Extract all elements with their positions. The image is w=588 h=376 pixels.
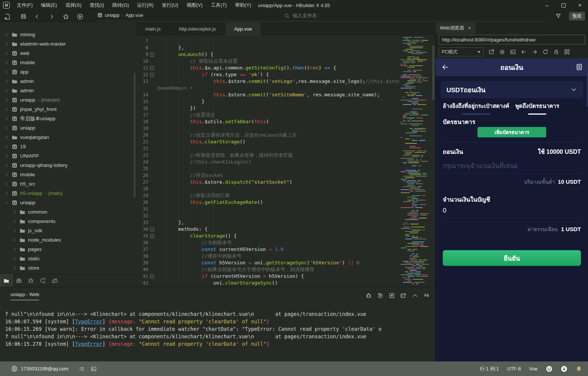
chevron-right-icon[interactable] xyxy=(4,145,9,149)
tree-item[interactable]: mobile xyxy=(0,170,136,179)
code-line[interactable]: 14 this.$store.commit('setSiteName', res… xyxy=(136,91,435,98)
editor-scrollbar[interactable] xyxy=(432,46,435,100)
tree-item[interactable]: components xyxy=(0,217,136,226)
chevron-right-icon[interactable] xyxy=(12,219,17,224)
breadcrumb-file[interactable]: App.vue xyxy=(125,12,143,18)
minimize-button[interactable]: – xyxy=(539,0,555,10)
code-line[interactable]: 33 }, xyxy=(136,219,435,226)
chevron-right-icon[interactable] xyxy=(4,135,9,140)
stop-icon[interactable] xyxy=(389,292,395,299)
menu-item-1[interactable]: 编辑(E) xyxy=(37,2,61,8)
sync-tab-icon[interactable] xyxy=(37,274,49,287)
code-line[interactable]: 28 xyxy=(136,186,435,192)
chevron-right-icon[interactable] xyxy=(4,191,9,196)
tree-item[interactable]: vueqiangdan xyxy=(0,133,136,142)
tree-item[interactable]: uniapp-qihang-lottery xyxy=(0,161,136,170)
tab-wallet-address[interactable]: อ้างอิงถึงที่อยู่กระเป๋าสตางค์ xyxy=(443,102,509,115)
chevron-right-icon[interactable] xyxy=(4,51,9,56)
account-area[interactable]: 1735031199@qq.com xyxy=(11,366,68,372)
maximize-button[interactable] xyxy=(555,0,572,10)
tree-item[interactable]: admin xyxy=(0,86,136,95)
code-line[interactable]: 37 const currentH5Version = 1.0 xyxy=(136,246,435,253)
sidebar-scrollbar[interactable] xyxy=(134,73,136,198)
code-line[interactable]: 39 const h5Version = uni.getStorageSync(… xyxy=(136,260,435,266)
chevron-right-icon[interactable] xyxy=(4,32,9,37)
code-line[interactable]: 8 }, xyxy=(136,44,435,51)
code-line[interactable]: 20 //自定义缓存清理方法，应放在onLaunch最上方 xyxy=(136,132,435,139)
save-button[interactable] xyxy=(19,12,28,21)
tab-bank-card[interactable]: พูดถึงบัตรธนาคาร xyxy=(515,102,559,115)
settings-gear-icon[interactable] xyxy=(499,49,505,55)
code-line[interactable]: 22 xyxy=(136,145,435,152)
code-line[interactable]: 36 //当前版本号 xyxy=(136,239,435,246)
tree-item[interactable]: 帝启版本uniapp xyxy=(0,114,136,123)
tree-item[interactable]: uniapp xyxy=(0,123,136,133)
menu-item-7[interactable]: 视图(V) xyxy=(182,2,206,8)
breadcrumb-search-field[interactable]: uniapp › App.vue 输入文件名 xyxy=(96,12,547,21)
debug-tab-icon[interactable] xyxy=(25,274,37,287)
browser-tab[interactable]: Web浏览器 × xyxy=(435,22,476,34)
tree-item[interactable]: app xyxy=(0,67,136,77)
code-line[interactable]: 24 //this.checkIsLogin() xyxy=(136,159,435,165)
code-line[interactable]: 7 xyxy=(136,38,435,44)
tree-item[interactable]: static xyxy=(0,254,136,263)
uniapp-circle-icon[interactable] xyxy=(546,366,553,372)
chevron-right-icon[interactable] xyxy=(4,98,9,102)
debug-bug-icon[interactable] xyxy=(365,292,372,299)
menu-item-8[interactable]: 工具(T) xyxy=(207,2,231,8)
menu-item-0[interactable]: 文件(F) xyxy=(13,2,37,8)
preview-button[interactable]: 预览 xyxy=(569,12,585,21)
tree-item[interactable]: node_modules xyxy=(0,235,136,245)
confirm-button[interactable]: ยืนยัน xyxy=(443,250,581,266)
code-area[interactable]: 78 },9 onLaunch() {10 // 获取站点基本设置11 this… xyxy=(136,35,435,287)
code-line[interactable]: 19 xyxy=(136,125,435,132)
clear-console-icon[interactable] xyxy=(423,292,430,299)
tree-item[interactable]: h5_src xyxy=(0,179,136,189)
navigate-forward-button[interactable] xyxy=(47,12,56,21)
editor-tab-main.js[interactable]: main.js xyxy=(136,22,170,35)
currency-select[interactable]: USDTถอนเงิน xyxy=(441,81,583,98)
chevron-right-icon[interactable] xyxy=(4,60,9,65)
fold-marker-icon[interactable] xyxy=(149,51,155,58)
favorite-star-button[interactable] xyxy=(62,12,70,21)
menu-item-4[interactable]: 跳转(G) xyxy=(108,2,133,8)
chevron-right-icon[interactable] xyxy=(4,182,9,186)
records-doc-icon[interactable] xyxy=(575,63,583,71)
chevron-right-icon[interactable] xyxy=(12,247,17,252)
chevron-right-icon[interactable] xyxy=(4,116,9,121)
code-line[interactable]: 30 this.getFiatExchageRate() xyxy=(136,199,435,206)
add-bank-card-button[interactable]: เพิ่มบัตรธนาคาร xyxy=(477,127,546,137)
chevron-right-icon[interactable] xyxy=(4,163,9,168)
chevron-right-icon[interactable] xyxy=(4,79,9,84)
collapse-panel-icon[interactable] xyxy=(412,292,418,299)
code-line[interactable]: 15 } xyxy=(136,98,435,105)
chevron-right-icon[interactable] xyxy=(12,257,17,261)
code-line[interactable]: 18 this.$utils.setTabbar(this) xyxy=(136,118,435,125)
file-search[interactable]: 输入文件名 xyxy=(284,12,317,19)
menu-item-6[interactable]: 发行(U) xyxy=(158,2,182,8)
filter-funnel-icon[interactable] xyxy=(556,13,561,19)
chevron-right-icon[interactable] xyxy=(4,107,9,112)
run-button[interactable] xyxy=(76,12,84,21)
files-tab-icon[interactable] xyxy=(0,274,13,287)
amount-input[interactable]: กรุณาระบุจำนวนเงินที่เสนอ xyxy=(443,161,518,171)
chevron-right-icon[interactable] xyxy=(4,173,9,177)
tree-item[interactable]: common xyxy=(0,207,136,217)
chevron-right-icon[interactable] xyxy=(4,126,9,130)
tree-item[interactable]: 19 xyxy=(0,142,136,151)
code-line[interactable]: 32 xyxy=(136,212,435,219)
code-line[interactable]: 16 }) xyxy=(136,105,435,112)
restart-icon[interactable] xyxy=(377,292,383,299)
code-line[interactable]: 21 this.clearStorage() xyxy=(136,139,435,145)
tree-item[interactable]: eladmin-web-master xyxy=(0,39,136,49)
code-line[interactable]: 25 xyxy=(136,165,435,172)
fold-marker-icon[interactable] xyxy=(149,273,155,280)
search-tab-icon[interactable] xyxy=(13,274,25,287)
browser-refresh-icon[interactable] xyxy=(542,49,548,55)
code-line[interactable]: 34 methods: { xyxy=(136,226,435,233)
menu-item-3[interactable]: 查找(I) xyxy=(85,2,108,8)
chevron-right-icon[interactable] xyxy=(4,70,9,74)
code-line[interactable]: 12 if (res.type == 'ok') { xyxy=(136,71,435,78)
menu-item-2[interactable]: 选择(S) xyxy=(61,2,85,8)
tree-item[interactable]: web xyxy=(0,49,136,58)
